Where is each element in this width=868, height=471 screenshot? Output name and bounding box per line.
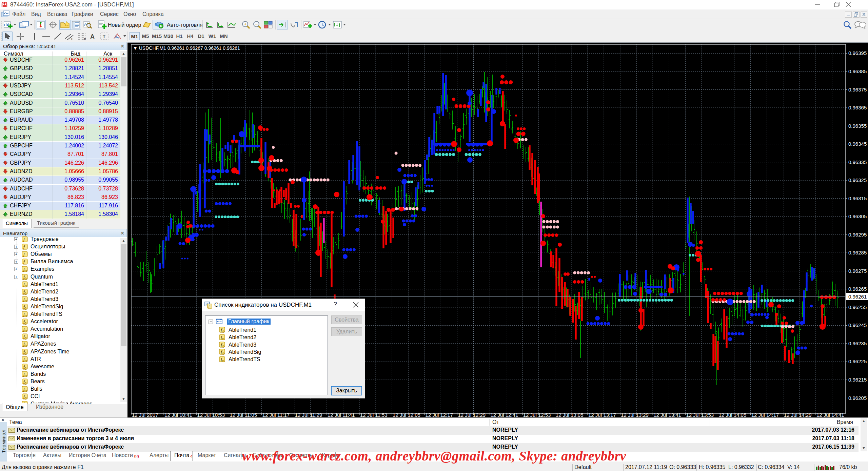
svg-text:0.96235: 0.96235 [848, 341, 867, 346]
svg-text:F: F [84, 38, 86, 41]
svg-text:12 Jul 10:53: 12 Jul 10:53 [197, 412, 225, 418]
svg-text:0.96225: 0.96225 [848, 359, 867, 364]
svg-text:0.96365: 0.96365 [848, 105, 867, 110]
svg-text:12 Jul 14:41: 12 Jul 14:41 [816, 412, 844, 418]
svg-text:T: T [103, 34, 105, 39]
svg-text:12 Jul 2017: 12 Jul 2017 [132, 412, 158, 418]
svg-text:12 Jul 14:17: 12 Jul 14:17 [751, 412, 779, 418]
svg-text:0.96245: 0.96245 [848, 322, 867, 328]
svg-text:E: E [71, 37, 73, 41]
svg-text:12 Jul 13:17: 12 Jul 13:17 [588, 412, 616, 418]
svg-text:0.96215: 0.96215 [848, 377, 867, 383]
svg-text:12 Jul 11:29: 12 Jul 11:29 [295, 412, 322, 418]
svg-text:12 Jul 13:05: 12 Jul 13:05 [556, 412, 584, 418]
svg-text:12 Jul 12:17: 12 Jul 12:17 [425, 412, 453, 418]
svg-text:12 Jul 13:29: 12 Jul 13:29 [621, 412, 649, 418]
svg-text:▼ USDCHF,M1 0.96261 0.96267 0.: ▼ USDCHF,M1 0.96261 0.96267 0.96261 0.96… [133, 45, 240, 51]
svg-text:0.96275: 0.96275 [848, 268, 867, 274]
svg-text:0.96305: 0.96305 [848, 213, 867, 219]
svg-text:0.96345: 0.96345 [848, 141, 867, 147]
svg-text:12 Jul 12:53: 12 Jul 12:53 [523, 412, 551, 418]
svg-text:12 Jul 11:41: 12 Jul 11:41 [328, 412, 355, 418]
svg-text:12 Jul 14:29: 12 Jul 14:29 [784, 412, 812, 418]
svg-text:0.96205: 0.96205 [848, 395, 867, 401]
svg-text:12 Jul 12:41: 12 Jul 12:41 [491, 412, 518, 418]
svg-text:0.96355: 0.96355 [848, 123, 867, 129]
svg-text:12 Jul 12:05: 12 Jul 12:05 [393, 412, 420, 418]
svg-text:0.96315: 0.96315 [848, 196, 867, 201]
svg-text:12 Jul 11:53: 12 Jul 11:53 [360, 412, 388, 418]
svg-text:12 Jul 13:53: 12 Jul 13:53 [686, 412, 714, 418]
svg-text:0.96265: 0.96265 [848, 286, 867, 292]
svg-text:0.96335: 0.96335 [848, 159, 867, 165]
svg-text:0.96385: 0.96385 [848, 68, 867, 74]
svg-text:0.96261: 0.96261 [848, 294, 867, 300]
svg-text:0.96285: 0.96285 [848, 250, 867, 255]
svg-text:0.96395: 0.96395 [848, 50, 867, 56]
svg-text:12 Jul 11:05: 12 Jul 11:05 [230, 412, 257, 418]
svg-text:0.96375: 0.96375 [848, 87, 867, 93]
svg-text:12 Jul 13:41: 12 Jul 13:41 [653, 412, 681, 418]
svg-text:12 Jul 11:17: 12 Jul 11:17 [262, 412, 290, 418]
svg-text:0.96255: 0.96255 [848, 304, 867, 310]
svg-text:0.96325: 0.96325 [848, 177, 867, 183]
svg-text:0.96295: 0.96295 [848, 232, 867, 238]
svg-text:12 Jul 10:41: 12 Jul 10:41 [164, 412, 192, 418]
svg-text:12 Jul 14:05: 12 Jul 14:05 [719, 412, 747, 418]
svg-text:12 Jul 12:29: 12 Jul 12:29 [458, 412, 486, 418]
